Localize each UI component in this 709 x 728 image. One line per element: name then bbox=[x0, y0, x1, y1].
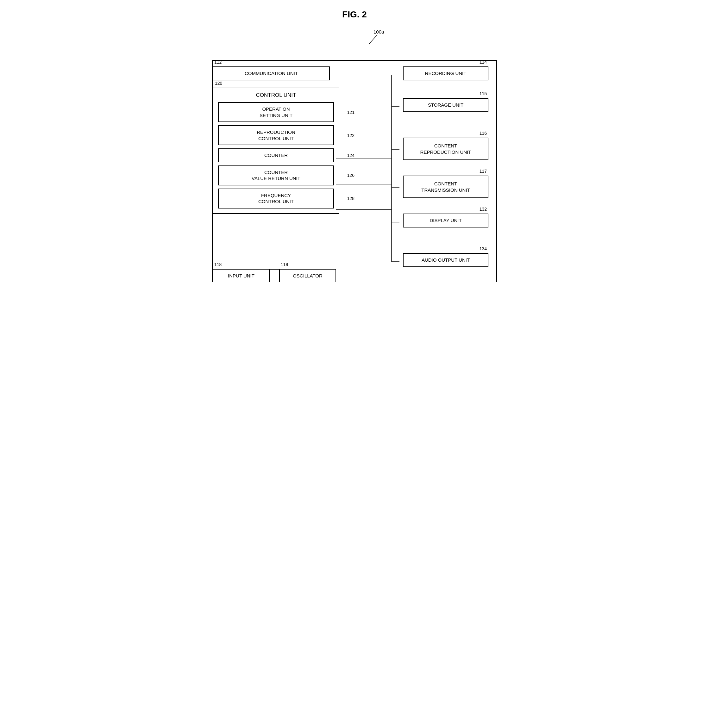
svg-line-0 bbox=[369, 35, 377, 44]
counter-value-return-wrapper: COUNTERVALUE RETURN UNIT 126 bbox=[218, 166, 334, 185]
reproduction-control-box: REPRODUCTIONCONTROL UNIT bbox=[218, 125, 334, 145]
figure-title: FIG. 2 bbox=[212, 10, 497, 20]
display-unit-box: DISPLAY UNIT bbox=[403, 214, 489, 227]
content-transmission-label: CONTENTTRANSMISSION UNIT bbox=[421, 181, 470, 193]
recording-unit-box: RECORDING UNIT bbox=[403, 67, 489, 80]
content-transmission-wrapper: 117 CONTENTTRANSMISSION UNIT bbox=[403, 176, 489, 198]
frequency-control-id: 128 bbox=[347, 196, 354, 201]
reproduction-control-wrapper: REPRODUCTIONCONTROL UNIT 122 bbox=[218, 125, 334, 145]
content-transmission-box: CONTENTTRANSMISSION UNIT bbox=[403, 176, 489, 198]
oscillator-box: OSCILLATOR bbox=[279, 269, 336, 282]
main-outer-box: 112 COMMUNICATION UNIT 114 RECORDING UNI… bbox=[212, 60, 497, 282]
communication-unit-box: COMMUNICATION UNIT bbox=[213, 67, 330, 80]
content-reproduction-box: CONTENTREPRODUCTION UNIT bbox=[403, 138, 489, 160]
oscillator-label: OSCILLATOR bbox=[293, 273, 322, 278]
diagram-wrapper: 100a bbox=[212, 29, 497, 276]
storage-unit-label: STORAGE UNIT bbox=[428, 102, 463, 108]
audio-output-label: AUDIO OUTPUT UNIT bbox=[422, 257, 470, 263]
input-unit-box: INPUT UNIT bbox=[213, 269, 270, 282]
counter-value-return-id: 126 bbox=[347, 173, 354, 178]
oscillator-id: 119 bbox=[281, 262, 288, 267]
counter-wrapper: COUNTER 124 bbox=[218, 149, 334, 162]
frequency-control-box: FREQUENCYCONTROL UNIT bbox=[218, 189, 334, 208]
storage-unit-id: 115 bbox=[480, 91, 487, 96]
communication-unit-label: COMMUNICATION UNIT bbox=[245, 71, 298, 76]
operation-setting-box: OPERATIONSETTING UNIT bbox=[218, 102, 334, 122]
operation-setting-id: 121 bbox=[347, 110, 354, 115]
content-reproduction-label: CONTENTREPRODUCTION UNIT bbox=[420, 143, 471, 155]
audio-output-id: 134 bbox=[480, 246, 487, 251]
counter-box: COUNTER bbox=[218, 149, 334, 162]
audio-output-box: AUDIO OUTPUT UNIT bbox=[403, 253, 489, 267]
communication-unit-wrapper: 112 COMMUNICATION UNIT bbox=[213, 67, 330, 80]
label-arrow bbox=[212, 29, 497, 48]
storage-unit-wrapper: 115 STORAGE UNIT bbox=[403, 98, 489, 112]
comm-unit-id: 112 bbox=[214, 60, 222, 64]
oscillator-wrapper: 119 OSCILLATOR bbox=[279, 269, 336, 282]
display-unit-wrapper: 132 DISPLAY UNIT bbox=[403, 214, 489, 227]
recording-unit-label: RECORDING UNIT bbox=[425, 71, 467, 76]
reproduction-control-id: 122 bbox=[347, 133, 354, 138]
content-transmission-id: 117 bbox=[480, 169, 487, 174]
frequency-control-wrapper: FREQUENCYCONTROL UNIT 128 bbox=[218, 189, 334, 208]
control-unit-box: 120 CONTROL UNIT OPERATIONSETTING UNIT 1… bbox=[213, 87, 339, 214]
input-unit-wrapper: 118 INPUT UNIT bbox=[213, 269, 270, 282]
recording-unit-id: 114 bbox=[480, 60, 487, 64]
input-unit-label: INPUT UNIT bbox=[228, 273, 254, 278]
content-reproduction-wrapper: 116 CONTENTREPRODUCTION UNIT bbox=[403, 138, 489, 160]
counter-value-return-box: COUNTERVALUE RETURN UNIT bbox=[218, 166, 334, 185]
operation-setting-wrapper: OPERATIONSETTING UNIT 121 bbox=[218, 102, 334, 122]
audio-output-wrapper: 134 AUDIO OUTPUT UNIT bbox=[403, 253, 489, 267]
storage-unit-box: STORAGE UNIT bbox=[403, 98, 489, 112]
counter-id: 124 bbox=[347, 153, 354, 158]
display-unit-label: DISPLAY UNIT bbox=[429, 218, 461, 223]
input-unit-id: 118 bbox=[214, 262, 222, 267]
page-container: FIG. 2 100a bbox=[212, 6, 497, 276]
control-unit-title: CONTROL UNIT bbox=[218, 92, 334, 98]
display-unit-id: 132 bbox=[480, 207, 487, 212]
control-unit-id: 120 bbox=[215, 81, 222, 86]
content-reproduction-id: 116 bbox=[480, 131, 487, 136]
recording-unit-wrapper: 114 RECORDING UNIT bbox=[403, 67, 489, 80]
